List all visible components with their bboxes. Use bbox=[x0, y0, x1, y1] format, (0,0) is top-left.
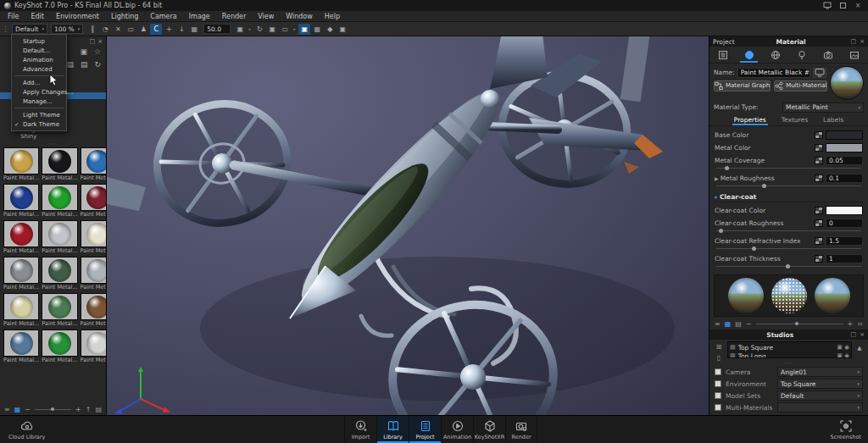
slider-knob[interactable] bbox=[752, 246, 756, 251]
zoom-in-icon[interactable]: + bbox=[75, 406, 81, 413]
cloud-upload-folder-icon[interactable]: ▤ bbox=[81, 60, 88, 69]
list-view-icon[interactable]: ≡ bbox=[715, 320, 721, 328]
material-thumb[interactable]: Paint Metal... bbox=[42, 293, 77, 328]
studio-camera-icon[interactable]: ▣ bbox=[837, 352, 843, 358]
scene-set-dropdown[interactable]: Angle01 ▾ bbox=[777, 367, 863, 377]
tab-labels[interactable]: Labels bbox=[821, 114, 845, 125]
close-panel-icon[interactable]: × bbox=[860, 38, 865, 45]
scene-set-dropdown[interactable]: ▾ bbox=[777, 402, 863, 413]
material-thumb[interactable]: Paint Metal... bbox=[42, 329, 77, 364]
material-thumb[interactable]: Paint Metal... bbox=[42, 147, 77, 182]
tab-textures[interactable]: Textures bbox=[780, 114, 810, 125]
preset-menu-item[interactable]: Manage... bbox=[12, 97, 66, 106]
pause-icon[interactable]: ‖ bbox=[86, 24, 98, 35]
collapse-studios-icon[interactable]: ▲ bbox=[854, 341, 865, 358]
menu-item[interactable]: Environment bbox=[50, 11, 105, 21]
material-thumb[interactable]: Paint Metal... bbox=[81, 184, 106, 219]
clearcoat-roughness-slider[interactable] bbox=[716, 228, 861, 233]
material-preview-sphere[interactable] bbox=[830, 66, 864, 100]
preset-menu-item[interactable]: Startup bbox=[12, 36, 66, 46]
walkthrough-icon[interactable]: ♟ bbox=[137, 24, 149, 35]
slider-knob[interactable] bbox=[786, 264, 790, 269]
texture-map-icon[interactable] bbox=[815, 131, 823, 139]
metal-coverage-slider[interactable] bbox=[716, 165, 861, 170]
zoom-out-icon[interactable]: − bbox=[746, 320, 752, 328]
slider-knob[interactable] bbox=[725, 166, 729, 170]
minimize-button[interactable] bbox=[821, 1, 833, 10]
expander-icon[interactable]: ▶ bbox=[715, 175, 719, 181]
grid-icon[interactable]: ▦ bbox=[188, 24, 200, 35]
sync-icon[interactable]: ↻ bbox=[253, 24, 265, 35]
upload-icon[interactable]: ↑ bbox=[86, 406, 92, 413]
float-panel-icon[interactable]: □ bbox=[851, 38, 857, 45]
material-thumb[interactable]: Paint Metal... bbox=[81, 220, 106, 255]
region-render-icon[interactable]: ▭ bbox=[125, 24, 136, 35]
clearcoat-thickness-slider[interactable] bbox=[716, 263, 861, 269]
scene-set-checkbox[interactable] bbox=[715, 368, 721, 375]
studio-row[interactable]: ▤ Top Long ▣ ◉ bbox=[730, 352, 849, 358]
list-view-icon[interactable]: ≡ bbox=[4, 406, 10, 413]
menu-item[interactable]: Help bbox=[319, 11, 346, 21]
clearcoat-refraction-slider[interactable] bbox=[716, 246, 861, 251]
zoom-level-dropdown[interactable]: 100 % ▾ bbox=[51, 24, 83, 34]
cloud-library-button[interactable]: Cloud Library bbox=[8, 419, 45, 440]
material-thumb[interactable]: Paint Metal... bbox=[81, 293, 106, 328]
metal-coverage-value[interactable]: 0.05 bbox=[826, 156, 863, 165]
material-variant-sphere[interactable] bbox=[728, 278, 764, 313]
clearcoat-thickness-value[interactable]: 1 bbox=[826, 254, 863, 263]
menu-item[interactable]: View bbox=[252, 11, 280, 21]
history-icon[interactable]: ◔ bbox=[99, 24, 111, 35]
texture-map-icon[interactable] bbox=[815, 219, 823, 227]
realtime-render-toggle-icon[interactable]: C bbox=[150, 24, 162, 35]
preset-menu-item[interactable]: ✓ Dark Theme bbox=[12, 119, 66, 129]
camera-preset-caret-icon[interactable]: ▸ bbox=[247, 24, 253, 35]
clearcoat-refraction-value[interactable]: 1.5 bbox=[826, 236, 863, 246]
close-button[interactable]: × bbox=[852, 1, 864, 10]
preset-menu-item[interactable]: Advanced bbox=[12, 64, 66, 74]
texture-map-icon[interactable] bbox=[815, 207, 823, 214]
texture-map-icon[interactable] bbox=[815, 174, 823, 182]
texture-map-icon[interactable] bbox=[815, 144, 823, 152]
menu-item[interactable]: Lighting bbox=[105, 11, 144, 21]
material-thumb[interactable]: Paint Metal... bbox=[81, 329, 106, 364]
cloud-folder-icon[interactable]: ▤ bbox=[95, 406, 102, 413]
texture-map-icon[interactable] bbox=[815, 255, 823, 263]
fov-value-field[interactable]: 50.0 bbox=[203, 24, 231, 34]
close-panel-icon[interactable]: × bbox=[97, 38, 103, 45]
tab-lighting[interactable] bbox=[789, 47, 815, 63]
menu-item[interactable]: Camera bbox=[144, 11, 182, 21]
material-thumb[interactable]: Paint Metal... bbox=[81, 257, 106, 291]
material-variant-sphere[interactable] bbox=[771, 278, 807, 313]
grid-view-icon[interactable]: ▦ bbox=[14, 406, 21, 413]
menu-item[interactable]: Image bbox=[183, 11, 216, 21]
material-thumb[interactable]: Paint Metal... bbox=[3, 257, 39, 291]
metal-roughness-value[interactable]: 0.1 bbox=[826, 174, 863, 183]
clearcoat-roughness-value[interactable]: 0 bbox=[826, 219, 863, 228]
favorites-star-icon[interactable]: ☆ bbox=[94, 47, 101, 56]
display-mode-icon[interactable]: ▭ bbox=[279, 24, 291, 35]
animation-button[interactable]: Animation bbox=[441, 416, 473, 443]
clearcoat-color-swatch[interactable] bbox=[826, 206, 863, 215]
studio-environment-icon[interactable]: ◉ bbox=[844, 352, 849, 358]
library-button[interactable]: Library bbox=[376, 416, 409, 443]
camera-lock-icon[interactable]: ▣ bbox=[337, 24, 348, 35]
dolly-tool-icon[interactable]: ↓ bbox=[175, 24, 187, 35]
material-thumb[interactable]: Paint Metal... bbox=[3, 147, 39, 182]
zoom-in-icon[interactable]: + bbox=[848, 320, 854, 328]
scene-set-dropdown[interactable]: Top Square ▾ bbox=[777, 379, 863, 389]
material-graph-button[interactable]: Material Graph bbox=[714, 80, 771, 91]
render-button[interactable]: Render bbox=[505, 416, 537, 443]
keyshotxr-button[interactable]: KeyShotXR bbox=[473, 416, 505, 443]
scene-set-checkbox[interactable] bbox=[715, 404, 721, 411]
base-color-swatch[interactable] bbox=[826, 130, 863, 140]
material-thumb[interactable]: Paint Metal... bbox=[42, 220, 77, 255]
toolbar-drag-handle[interactable]: ⋮ bbox=[2, 25, 9, 33]
camera-preset-icon[interactable]: ▣ bbox=[234, 24, 246, 35]
menu-item[interactable]: File bbox=[2, 11, 25, 21]
library-tree-item[interactable]: Shiny bbox=[0, 133, 106, 140]
scene-set-checkbox[interactable] bbox=[715, 392, 721, 399]
float-panel-icon[interactable]: □ bbox=[90, 38, 96, 45]
refresh-library-icon[interactable]: ↻ bbox=[94, 60, 101, 69]
tab-material[interactable] bbox=[736, 47, 762, 63]
material-variant-sphere[interactable] bbox=[815, 278, 850, 313]
